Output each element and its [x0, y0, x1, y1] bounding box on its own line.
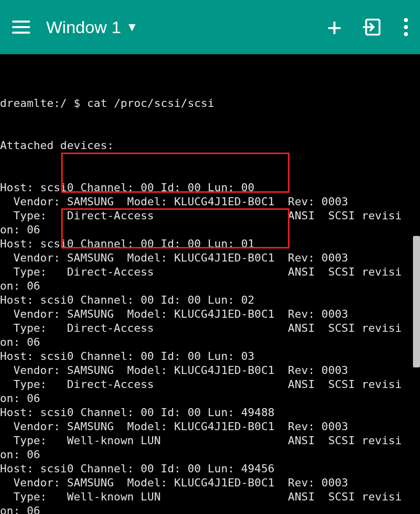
output-line: Vendor: SAMSUNG Model: KLUCG4J1ED-B0C1 R… [0, 195, 420, 209]
output-line: Vendor: SAMSUNG Model: KLUCG4J1ED-B0C1 R… [0, 476, 420, 490]
prompt-line: dreamlte:/ $ cat /proc/scsi/scsi [0, 96, 420, 110]
output-line: Type: Well-known LUN ANSI SCSI revisi [0, 434, 420, 448]
output-line: Vendor: SAMSUNG Model: KLUCG4J1ED-B0C1 R… [0, 251, 420, 265]
app-header: Window 1 ▼ + [0, 0, 420, 54]
output-line: Type: Direct-Access ANSI SCSI revisi [0, 377, 420, 392]
hamburger-icon[interactable] [12, 17, 32, 37]
output-line: Type: Direct-Access ANSI SCSI revisi [0, 265, 420, 279]
output-line: Type: Direct-Access ANSI SCSI revisi [0, 209, 420, 223]
output-line: Vendor: SAMSUNG Model: KLUCG4J1ED-B0C1 R… [0, 307, 420, 321]
output-line: on: 06 [0, 223, 420, 237]
output-line: Vendor: SAMSUNG Model: KLUCG4J1ED-B0C1 R… [0, 420, 420, 434]
window-selector[interactable]: Window 1 ▼ [46, 18, 138, 37]
header-actions: + [327, 17, 408, 37]
scrollbar-thumb[interactable] [413, 236, 420, 367]
more-menu-button[interactable] [404, 18, 408, 36]
output-line: on: 06 [0, 335, 420, 349]
output-line: on: 06 [0, 279, 420, 293]
terminal-output[interactable]: dreamlte:/ $ cat /proc/scsi/scsi Attache… [0, 54, 420, 514]
output-line: Host: scsi0 Channel: 00 Id: 00 Lun: 03 [0, 349, 420, 363]
output-line: on: 06 [0, 504, 420, 514]
output-line: Host: scsi0 Channel: 00 Id: 00 Lun: 02 [0, 293, 420, 307]
output-line: Host: scsi0 Channel: 00 Id: 00 Lun: 01 [0, 237, 420, 251]
header-left: Window 1 ▼ [12, 17, 138, 37]
output-line: on: 06 [0, 392, 420, 406]
output-line: on: 06 [0, 448, 420, 462]
chevron-down-icon: ▼ [126, 20, 138, 34]
app-root: Window 1 ▼ + dreamlte:/ $ cat /proc/scsi… [0, 0, 420, 514]
output-line: Vendor: SAMSUNG Model: KLUCG4J1ED-B0C1 R… [0, 363, 420, 377]
output-line: Host: scsi0 Channel: 00 Id: 00 Lun: 4945… [0, 462, 420, 476]
switch-session-button[interactable] [363, 17, 383, 37]
output-line: Attached devices: [0, 139, 420, 153]
output-line: Host: scsi0 Channel: 00 Id: 00 Lun: 4948… [0, 406, 420, 420]
output-line: Type: Direct-Access ANSI SCSI revisi [0, 321, 420, 335]
output-line: Type: Well-known LUN ANSI SCSI revisi [0, 490, 420, 504]
output-line: Host: scsi0 Channel: 00 Id: 00 Lun: 00 [0, 181, 420, 195]
window-title: Window 1 [46, 18, 121, 37]
